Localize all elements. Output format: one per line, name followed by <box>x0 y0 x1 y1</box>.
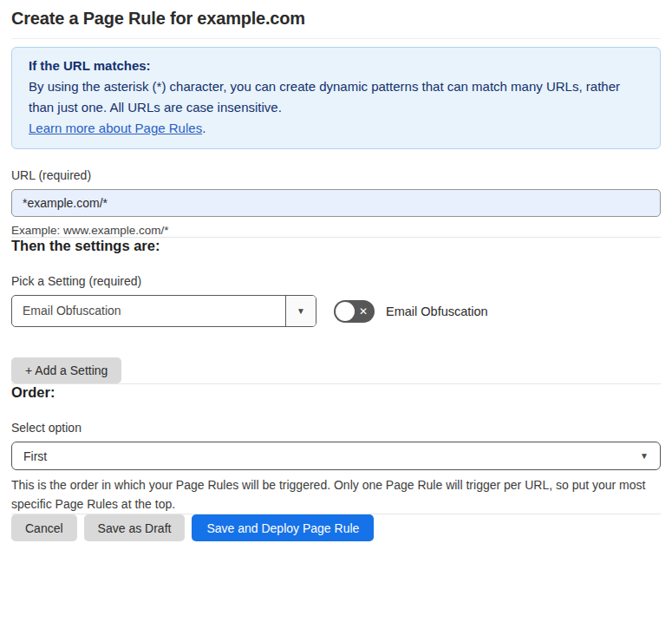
title-divider <box>11 38 661 39</box>
pick-setting-label: Pick a Setting (required) <box>11 274 661 288</box>
link-period: . <box>202 121 206 135</box>
toggle-label: Email Obfuscation <box>386 304 488 318</box>
order-select-value: First <box>23 449 47 463</box>
order-select[interactable]: First ▼ <box>11 442 661 470</box>
add-setting-button[interactable]: + Add a Setting <box>11 357 121 383</box>
page-title: Create a Page Rule for example.com <box>11 9 661 29</box>
info-box-heading: If the URL matches: <box>29 56 643 76</box>
select-arrow-icon: ▼ <box>640 451 649 461</box>
create-page-rule-form: Create a Page Rule for example.com If th… <box>0 0 672 555</box>
toggle-knob <box>336 302 355 321</box>
toggle-group: ✕ Email Obfuscation <box>334 300 488 323</box>
info-box-link-line: Learn more about Page Rules. <box>29 118 643 139</box>
email-obfuscation-toggle[interactable]: ✕ <box>334 300 375 323</box>
url-match-info-box: If the URL matches: By using the asteris… <box>11 47 661 149</box>
info-box-body: By using the asterisk (*) character, you… <box>29 76 643 118</box>
chevron-down-icon: ▼ <box>297 306 305 316</box>
order-section-heading: Order: <box>11 384 661 401</box>
save-draft-button[interactable]: Save as Draft <box>84 514 186 541</box>
cancel-button[interactable]: Cancel <box>11 514 77 541</box>
toggle-off-x-icon: ✕ <box>359 306 368 317</box>
order-select-label: Select option <box>11 421 661 435</box>
setting-dropdown[interactable]: Email Obfuscation ▼ <box>11 295 316 327</box>
settings-section-heading: Then the settings are: <box>11 238 661 254</box>
url-label: URL (required) <box>11 168 661 182</box>
url-input[interactable] <box>11 189 661 217</box>
setting-dropdown-value: Email Obfuscation <box>12 296 285 326</box>
save-deploy-button[interactable]: Save and Deploy Page Rule <box>192 514 374 541</box>
setting-row: Email Obfuscation ▼ ✕ Email Obfuscation <box>11 295 661 327</box>
footer-actions: Cancel Save as Draft Save and Deploy Pag… <box>11 514 661 541</box>
order-helper-text: This is the order in which your Page Rul… <box>11 475 661 514</box>
url-example-helper: Example: www.example.com/* <box>11 224 661 237</box>
dropdown-arrow-button[interactable]: ▼ <box>285 296 316 326</box>
learn-more-link[interactable]: Learn more about Page Rules <box>29 121 202 135</box>
